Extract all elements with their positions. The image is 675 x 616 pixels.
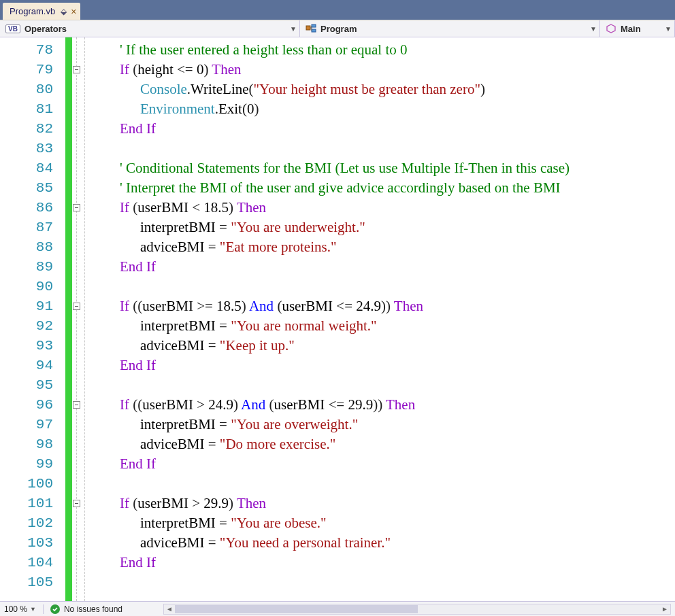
code-line[interactable] — [91, 277, 675, 296]
outline-row — [72, 434, 91, 454]
line-number: 92 — [0, 316, 65, 336]
line-number: 79 — [0, 60, 65, 80]
line-number-gutter: 7879808182838485868788899091929394959697… — [0, 37, 65, 601]
code-line[interactable]: adviceBMI = "You need a personal trainer… — [91, 533, 675, 553]
outline-row — [72, 316, 91, 336]
change-tracker — [65, 37, 72, 601]
line-number: 81 — [0, 99, 65, 119]
outline-row — [72, 336, 91, 356]
fold-toggle[interactable] — [73, 303, 80, 310]
close-icon[interactable]: × — [71, 7, 76, 16]
line-number: 89 — [0, 257, 65, 277]
zoom-dropdown[interactable]: 100 % ▼ — [4, 604, 36, 614]
outline-row — [72, 60, 91, 80]
code-line[interactable]: End If — [91, 119, 675, 139]
code-line[interactable]: End If — [91, 454, 675, 474]
code-line[interactable]: interpretBMI = "You are overweight." — [91, 415, 675, 434]
outline-row — [72, 178, 91, 198]
line-number: 95 — [0, 375, 65, 395]
svg-rect-0 — [306, 26, 310, 30]
code-line[interactable]: End If — [91, 356, 675, 375]
fold-toggle[interactable] — [73, 204, 80, 211]
outline-row — [72, 80, 91, 99]
chevron-down-icon: ▼ — [665, 25, 672, 33]
code-line[interactable]: If ((userBMI >= 18.5) And (userBMI <= 24… — [91, 296, 675, 316]
code-line[interactable]: adviceBMI = "Do more exercise." — [91, 434, 675, 454]
code-line[interactable] — [91, 139, 675, 158]
outline-row — [72, 533, 91, 553]
fold-toggle[interactable] — [73, 66, 80, 73]
code-line[interactable]: If (userBMI > 29.9) Then — [91, 494, 675, 513]
outline-row — [72, 395, 91, 415]
separator — [43, 604, 44, 614]
code-line[interactable] — [91, 572, 675, 592]
navigation-bar: VB Operators ▼ Program ▼ Main ▼ — [0, 20, 675, 37]
outline-row — [72, 218, 91, 237]
code-line[interactable]: If (height <= 0) Then — [91, 60, 675, 80]
line-number: 90 — [0, 277, 65, 296]
svg-rect-1 — [312, 24, 316, 27]
code-line[interactable]: interpretBMI = "You are underweight." — [91, 218, 675, 237]
code-area[interactable]: ' If the user entered a height less than… — [91, 37, 675, 601]
code-editor[interactable]: 7879808182838485868788899091929394959697… — [0, 37, 675, 601]
outline-row — [72, 375, 91, 395]
scroll-left-icon[interactable]: ◄ — [164, 604, 175, 614]
line-number: 105 — [0, 572, 65, 592]
scroll-thumb[interactable] — [175, 605, 418, 613]
type-dropdown[interactable]: Program ▼ — [300, 20, 600, 37]
horizontal-scrollbar[interactable]: ◄ ► — [163, 604, 671, 615]
outline-row — [72, 356, 91, 375]
line-number: 86 — [0, 198, 65, 218]
code-line[interactable]: adviceBMI = "Keep it up." — [91, 336, 675, 356]
status-bar: 100 % ▼ No issues found ◄ ► — [0, 601, 675, 616]
outline-row — [72, 494, 91, 513]
line-number: 97 — [0, 415, 65, 434]
scope-dropdown[interactable]: VB Operators ▼ — [0, 20, 300, 37]
line-number: 85 — [0, 178, 65, 198]
chevron-down-icon: ▼ — [290, 25, 297, 33]
outline-row — [72, 40, 91, 60]
code-line[interactable]: End If — [91, 553, 675, 572]
outline-gutter — [72, 37, 91, 601]
code-line[interactable]: Environment.Exit(0) — [91, 99, 675, 119]
outline-row — [72, 296, 91, 316]
code-line[interactable]: ' Interpret the BMI of the user and give… — [91, 178, 675, 198]
line-number: 78 — [0, 40, 65, 60]
tab-program-vb[interactable]: Program.vb ⬙ × — [3, 3, 80, 20]
outline-row — [72, 474, 91, 494]
code-line[interactable]: If (userBMI < 18.5) Then — [91, 198, 675, 218]
line-number: 80 — [0, 80, 65, 99]
outline-row — [72, 454, 91, 474]
chevron-down-icon: ▼ — [30, 606, 36, 613]
code-line[interactable] — [91, 375, 675, 395]
line-number: 102 — [0, 513, 65, 533]
code-line[interactable]: ' If the user entered a height less than… — [91, 40, 675, 60]
fold-toggle[interactable] — [73, 401, 80, 409]
vb-icon: VB — [5, 24, 20, 33]
code-line[interactable]: interpretBMI = "You are normal weight." — [91, 316, 675, 336]
ok-icon — [50, 604, 60, 614]
line-number: 94 — [0, 356, 65, 375]
member-dropdown[interactable]: Main ▼ — [600, 20, 675, 37]
outline-row — [72, 119, 91, 139]
outline-row — [72, 415, 91, 434]
line-number: 100 — [0, 474, 65, 494]
line-number: 99 — [0, 454, 65, 474]
fold-toggle[interactable] — [73, 500, 80, 507]
code-line[interactable]: adviceBMI = "Eat more proteins." — [91, 237, 675, 257]
outline-row — [72, 513, 91, 533]
scroll-right-icon[interactable]: ► — [659, 604, 670, 614]
code-line[interactable]: Console.WriteLine("Your height must be g… — [91, 80, 675, 99]
code-line[interactable]: ' Conditional Statements for the BMI (Le… — [91, 158, 675, 178]
code-line[interactable]: interpretBMI = "You are obese." — [91, 513, 675, 533]
pin-icon[interactable]: ⬙ — [61, 7, 67, 16]
code-line[interactable]: If ((userBMI > 24.9) And (userBMI <= 29.… — [91, 395, 675, 415]
code-line[interactable] — [91, 474, 675, 494]
svg-rect-2 — [312, 29, 316, 32]
method-icon — [606, 23, 616, 34]
outline-row — [72, 198, 91, 218]
outline-row — [72, 572, 91, 592]
code-line[interactable]: End If — [91, 257, 675, 277]
tab-label: Program.vb — [10, 6, 55, 16]
outline-row — [72, 257, 91, 277]
